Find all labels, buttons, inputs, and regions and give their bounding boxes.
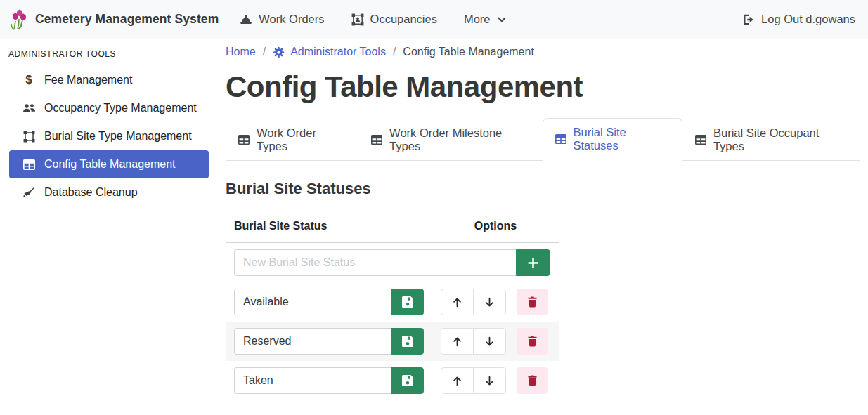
- delete-button[interactable]: [517, 367, 548, 394]
- new-status-input[interactable]: [234, 249, 516, 276]
- table-icon: [371, 135, 382, 145]
- reorder-button-group: [441, 289, 506, 315]
- move-up-button[interactable]: [441, 367, 474, 394]
- app-brand[interactable]: Cemetery Management System: [10, 8, 219, 31]
- tab-burial-site-occupant-types[interactable]: Burial Site Occupant Types: [682, 119, 860, 161]
- breadcrumb: Home / Administrator Tools / Config T: [226, 46, 860, 58]
- gear-icon: [273, 46, 285, 58]
- tab-label: Work Order Milestone Types: [389, 126, 529, 153]
- breadcrumb-separator: /: [263, 46, 266, 58]
- add-status-button[interactable]: [516, 249, 550, 276]
- sidebar-heading: ADMINISTRATOR TOOLS: [8, 49, 218, 59]
- table-icon: [238, 135, 250, 145]
- tulips-logo-icon: [10, 8, 28, 31]
- admin-sidebar: ADMINISTRATOR TOOLS $ Fee Management Occ…: [0, 39, 218, 206]
- broom-icon: [20, 187, 37, 198]
- sidebar-item-label: Config Table Management: [44, 158, 176, 171]
- column-header-options: Options: [432, 213, 559, 242]
- sidebar-item-database-cleanup[interactable]: Database Cleanup: [9, 178, 209, 206]
- tab-label: Burial Site Statuses: [574, 126, 670, 152]
- move-up-button[interactable]: [441, 328, 474, 355]
- sidebar-item-label: Burial Site Type Management: [44, 130, 192, 143]
- table-icon: [695, 135, 706, 145]
- trash-icon: [527, 336, 538, 347]
- nav-item-work-orders[interactable]: Work Orders: [240, 13, 324, 26]
- breadcrumb-separator: /: [393, 46, 396, 58]
- status-input[interactable]: [234, 367, 391, 394]
- move-up-button[interactable]: [441, 289, 474, 315]
- nav-item-occupancies[interactable]: Occupancies: [351, 13, 437, 26]
- vector-square-icon: [20, 131, 37, 143]
- sidebar-item-config-table-management[interactable]: Config Table Management: [9, 150, 209, 178]
- delete-button[interactable]: [517, 289, 548, 315]
- burial-site-status-table: Burial Site Status Options: [226, 213, 559, 400]
- tab-work-order-types[interactable]: Work Order Types: [226, 119, 358, 161]
- top-navbar: Cemetery Management System Work Orders: [0, 0, 868, 39]
- sidebar-item-label: Occupancy Type Management: [44, 102, 197, 114]
- nav-item-label: Work Orders: [259, 13, 324, 26]
- dollar-icon: $: [20, 73, 37, 87]
- column-header-status: Burial Site Status: [226, 213, 432, 242]
- status-input[interactable]: [234, 289, 391, 315]
- frame-person-icon: [351, 13, 364, 26]
- arrow-down-icon: [484, 296, 495, 308]
- status-row-taken: [226, 361, 559, 400]
- table-icon: [20, 159, 37, 170]
- nav-item-label: Occupancies: [370, 13, 437, 26]
- app-title: Cemetery Management System: [35, 12, 219, 27]
- arrow-down-icon: [484, 336, 495, 348]
- trash-icon: [527, 296, 538, 308]
- table-icon: [555, 134, 566, 144]
- status-input[interactable]: [234, 328, 391, 355]
- save-icon: [402, 336, 413, 347]
- logout-link[interactable]: Log Out d.gowans: [742, 13, 855, 26]
- breadcrumb-home-link[interactable]: Home: [226, 46, 256, 58]
- sidebar-item-burial-site-type-management[interactable]: Burial Site Type Management: [9, 122, 209, 150]
- breadcrumb-current: Config Table Management: [403, 46, 534, 58]
- new-status-row: [226, 242, 559, 282]
- logout-label: Log Out d.gowans: [761, 13, 855, 26]
- hard-hat-icon: [240, 13, 252, 26]
- plus-icon: [527, 257, 539, 269]
- section-heading: Burial Site Statuses: [226, 180, 860, 198]
- sidebar-item-occupancy-type-management[interactable]: Occupancy Type Management: [9, 94, 209, 122]
- config-tabs: Work Order Types Work Order Milestone Ty…: [226, 118, 860, 161]
- main-content: Home / Administrator Tools / Config T: [226, 39, 860, 400]
- sidebar-item-fee-management[interactable]: $ Fee Management: [9, 66, 209, 94]
- arrow-up-icon: [451, 375, 463, 387]
- nav-item-label: More: [464, 13, 491, 26]
- save-icon: [402, 296, 413, 308]
- arrow-up-icon: [451, 296, 463, 308]
- tab-label: Work Order Types: [257, 126, 346, 153]
- nav-item-more[interactable]: More: [464, 13, 507, 26]
- users-icon: [20, 103, 37, 114]
- arrow-down-icon: [484, 375, 495, 387]
- move-down-button[interactable]: [473, 367, 506, 394]
- status-row-reserved: [226, 322, 559, 361]
- reorder-button-group: [441, 328, 506, 355]
- delete-button[interactable]: [517, 328, 548, 355]
- save-button[interactable]: [391, 328, 424, 355]
- save-icon: [402, 375, 413, 386]
- sign-out-icon: [742, 13, 755, 26]
- save-button[interactable]: [391, 289, 424, 315]
- breadcrumb-admin-tools-link[interactable]: Administrator Tools: [273, 46, 386, 58]
- move-down-button[interactable]: [473, 328, 506, 355]
- trash-icon: [527, 375, 538, 386]
- sidebar-item-label: Fee Management: [44, 74, 132, 86]
- tab-burial-site-statuses[interactable]: Burial Site Statuses: [543, 118, 682, 161]
- move-down-button[interactable]: [473, 289, 506, 315]
- arrow-up-icon: [451, 336, 463, 348]
- page-title: Config Table Management: [226, 70, 860, 104]
- reorder-button-group: [441, 367, 506, 394]
- tab-work-order-milestone-types[interactable]: Work Order Milestone Types: [358, 119, 542, 161]
- chevron-down-icon: [497, 15, 507, 25]
- tab-label: Burial Site Occupant Types: [713, 126, 847, 153]
- save-button[interactable]: [391, 367, 424, 394]
- status-row-available: [226, 282, 559, 322]
- sidebar-item-label: Database Cleanup: [44, 186, 138, 199]
